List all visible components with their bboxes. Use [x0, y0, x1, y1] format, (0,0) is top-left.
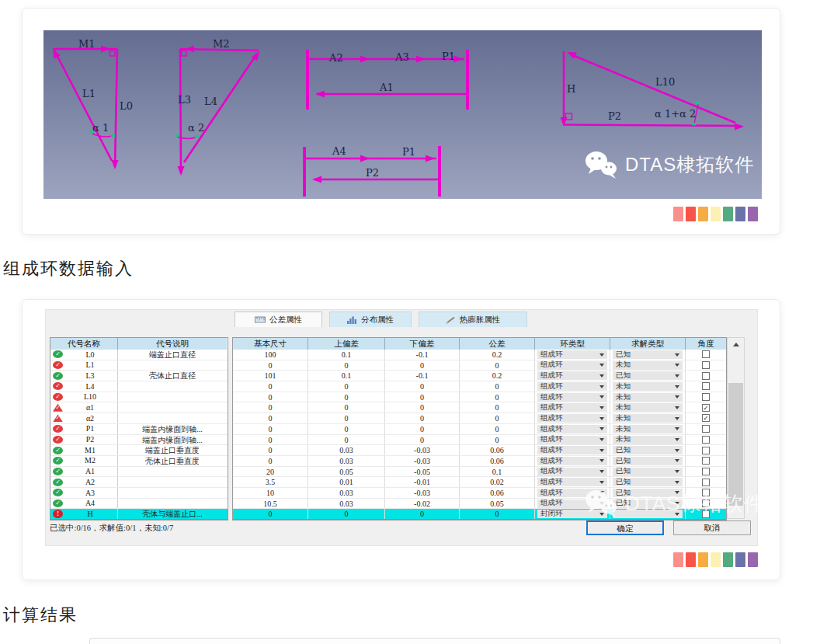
table-row[interactable]: 3.50.01-0.010.02组成环已知	[233, 477, 726, 488]
table-row[interactable]: 0000组成环未知✓	[233, 413, 726, 424]
lower-dev-cell[interactable]: -0.05	[385, 467, 460, 477]
upper-dev-cell[interactable]: 0.01	[308, 477, 385, 487]
ring-type-dropdown[interactable]: 组成环	[537, 382, 607, 391]
lower-dev-cell[interactable]: 0	[385, 381, 460, 392]
ring-type-dropdown[interactable]: 组成环	[537, 371, 607, 380]
table-row[interactable]: ✓A3	[50, 488, 228, 499]
basic-size-cell[interactable]: 0	[233, 381, 308, 392]
tolerance-cell[interactable]: 0	[460, 509, 535, 519]
table-row[interactable]: 00.03-0.030.06组成环已知	[233, 456, 726, 467]
ring-type-dropdown[interactable]: 组成环	[537, 457, 607, 465]
tolerance-cell[interactable]: 0	[460, 402, 535, 413]
basic-size-cell[interactable]: 0	[233, 435, 308, 445]
ring-type-dropdown[interactable]: 组成环	[537, 414, 607, 423]
tolerance-cell[interactable]: 0	[460, 413, 535, 423]
table-row[interactable]: 0000组成环未知✓	[233, 402, 726, 413]
tolerance-cell[interactable]: 0.2	[460, 371, 535, 381]
upper-dev-cell[interactable]: 0.03	[308, 499, 385, 509]
upper-dev-cell[interactable]: 0	[308, 360, 385, 371]
lower-dev-cell[interactable]: -0.03	[385, 456, 460, 466]
scroll-up-button[interactable]	[728, 338, 744, 350]
solve-type-dropdown[interactable]: 已知	[613, 457, 683, 465]
solve-type-dropdown[interactable]: 未知	[613, 414, 683, 423]
basic-size-cell[interactable]: 0	[233, 413, 308, 423]
lower-dev-cell[interactable]: 0	[385, 402, 460, 413]
basic-size-cell[interactable]: 100	[233, 350, 308, 360]
basic-size-cell[interactable]: 10	[233, 488, 308, 498]
angle-checkbox[interactable]	[702, 350, 710, 358]
angle-checkbox[interactable]: ✓	[702, 414, 710, 422]
table-row[interactable]: ✓α1	[50, 402, 228, 413]
angle-checkbox[interactable]	[702, 468, 710, 475]
solve-type-dropdown[interactable]: 已知	[613, 468, 683, 476]
tolerance-cell[interactable]: 0.06	[460, 488, 535, 498]
tab-thermal-props[interactable]: 热膨胀属性	[419, 312, 527, 327]
angle-checkbox[interactable]	[702, 447, 710, 454]
tab-tolerance-props[interactable]: 公差属性	[235, 312, 322, 327]
upper-dev-cell[interactable]: 0	[308, 402, 385, 413]
upper-dev-cell[interactable]: 0	[308, 381, 385, 392]
upper-dev-cell[interactable]: 0.03	[308, 456, 385, 466]
lower-dev-cell[interactable]: 0	[385, 435, 460, 445]
table-row[interactable]: ✓A4	[50, 499, 228, 510]
basic-size-cell[interactable]: 3.5	[233, 477, 308, 487]
table-row[interactable]: 0000组成环未知	[233, 424, 726, 435]
solve-type-dropdown[interactable]: 已知	[613, 446, 683, 454]
upper-dev-cell[interactable]: 0.1	[308, 350, 385, 360]
lower-dev-cell[interactable]: -0.01	[385, 477, 460, 487]
basic-size-cell[interactable]: 20	[233, 467, 308, 477]
ring-type-dropdown[interactable]: 组成环	[537, 468, 607, 476]
cancel-button[interactable]: 取消	[673, 520, 751, 535]
lower-dev-cell[interactable]: -0.1	[385, 371, 460, 381]
angle-checkbox[interactable]	[702, 372, 710, 380]
upper-dev-cell[interactable]: 0	[308, 509, 385, 519]
table-row[interactable]: ✓α2	[50, 413, 228, 424]
angle-checkbox[interactable]	[702, 361, 710, 369]
table-row[interactable]: ✓A1	[50, 467, 228, 478]
table-row[interactable]: ✓M1端盖止口垂直度	[50, 445, 228, 456]
angle-checkbox[interactable]	[702, 436, 710, 444]
table-row[interactable]: 00.03-0.030.06组成环已知	[233, 445, 726, 456]
basic-size-cell[interactable]: 0	[233, 509, 308, 519]
table-row[interactable]: ✓L3壳体止口直径	[50, 371, 228, 381]
table-row[interactable]: 200.05-0.050.1组成环已知	[233, 467, 726, 478]
solve-type-dropdown[interactable]: 已知	[613, 350, 683, 359]
tolerance-cell[interactable]: 0.05	[460, 499, 535, 509]
ring-type-dropdown[interactable]: 组成环	[537, 361, 607, 370]
table-row[interactable]: ✓L4	[50, 381, 228, 392]
table-row[interactable]: 0000组成环未知	[233, 435, 726, 446]
table-row[interactable]: ✓P2端盖内缘面到轴...	[50, 435, 228, 446]
upper-dev-cell[interactable]: 0.05	[308, 467, 385, 477]
ring-type-dropdown[interactable]: 组成环	[537, 436, 607, 444]
table-row[interactable]: 1000.1-0.10.2组成环已知	[233, 350, 726, 360]
tolerance-cell[interactable]: 0	[460, 435, 535, 445]
basic-size-cell[interactable]: 0	[233, 392, 308, 402]
angle-checkbox[interactable]	[702, 382, 710, 390]
ring-type-dropdown[interactable]: 组成环	[537, 393, 607, 402]
basic-size-cell[interactable]: 0	[233, 445, 308, 455]
tolerance-cell[interactable]: 0.1	[460, 467, 535, 477]
lower-dev-cell[interactable]: -0.03	[385, 445, 460, 455]
angle-checkbox[interactable]	[702, 393, 710, 401]
solve-type-dropdown[interactable]: 未知	[613, 403, 683, 412]
solve-type-dropdown[interactable]: 未知	[613, 361, 683, 370]
upper-dev-cell[interactable]: 0.1	[308, 371, 385, 381]
upper-dev-cell[interactable]: 0	[308, 392, 385, 402]
angle-checkbox[interactable]	[702, 425, 710, 433]
upper-dev-cell[interactable]: 0.03	[308, 445, 385, 455]
table-row[interactable]: ✓P1端盖内缘面到轴...	[50, 424, 228, 435]
ring-type-dropdown[interactable]: 组成环	[537, 425, 607, 433]
solve-type-dropdown[interactable]: 已知	[613, 371, 683, 380]
table-row[interactable]: 0000组成环未知	[233, 381, 726, 392]
table-row[interactable]: ✓L1	[50, 360, 228, 371]
solve-type-dropdown[interactable]: 未知	[613, 382, 683, 391]
table-row[interactable]: 1010.1-0.10.2组成环已知	[233, 371, 726, 381]
table-row[interactable]: 0000组成环未知	[233, 392, 726, 403]
ring-type-dropdown[interactable]: 组成环	[537, 478, 607, 486]
upper-dev-cell[interactable]: 0.03	[308, 488, 385, 498]
tolerance-cell[interactable]: 0.06	[460, 445, 535, 455]
ok-button[interactable]: 确定	[586, 520, 664, 535]
ring-type-dropdown[interactable]: 组成环	[537, 446, 607, 454]
tolerance-cell[interactable]: 0	[460, 392, 535, 402]
ring-type-dropdown[interactable]: 组成环	[537, 350, 607, 359]
